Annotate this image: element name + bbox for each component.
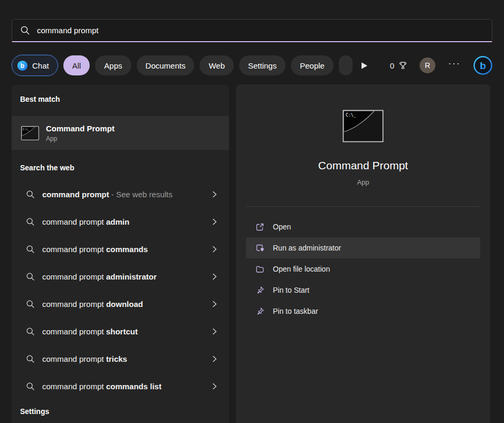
suggestion-administrator[interactable]: command prompt administrator — [12, 263, 229, 290]
action-label: Pin to taskbar — [273, 307, 318, 315]
suggestion-text: command prompt admin — [42, 217, 204, 226]
settings-heading: Settings — [20, 407, 221, 416]
search-icon — [20, 25, 30, 35]
preview-app-subtitle: App — [236, 178, 490, 186]
best-match-subtitle: App — [46, 135, 115, 142]
suggestion-tricks[interactable]: command prompt tricks — [12, 345, 229, 372]
svg-text:C:\_: C:\_ — [23, 128, 30, 131]
best-match-item[interactable]: C:\_ Command Prompt App — [12, 116, 229, 150]
action-label: Open — [273, 223, 291, 231]
chevron-right-icon[interactable] — [211, 301, 218, 307]
tab-apps[interactable]: Apps — [95, 55, 131, 75]
action-pin-to-taskbar[interactable]: Pin to taskbar — [246, 301, 480, 322]
divider — [246, 206, 480, 207]
tab-web[interactable]: Web — [199, 55, 234, 75]
preview-panel: C:\_ Command Prompt App Open Run as admi… — [236, 84, 490, 423]
chevron-right-icon[interactable] — [211, 218, 218, 225]
suggestion-commands-list[interactable]: command prompt commands list — [12, 372, 229, 400]
suggestion-text: command prompt commands — [42, 245, 204, 254]
action-pin-to-start[interactable]: Pin to Start — [246, 280, 480, 301]
open-external-icon — [255, 223, 264, 232]
action-list: Open Run as administrator Open file loca… — [236, 216, 490, 322]
results-list-panel: Best match C:\_ Command Prompt App Searc… — [12, 84, 229, 423]
preview-app-title: Command Prompt — [236, 159, 490, 172]
suggestion-text: command prompt download — [42, 300, 204, 309]
chevron-right-icon[interactable] — [211, 246, 218, 253]
folder-icon — [255, 265, 264, 274]
play-icon — [361, 62, 368, 70]
action-run-as-administrator[interactable]: Run as administrator — [246, 237, 480, 258]
rewards-count: 0 — [390, 61, 394, 70]
suggestion-text: command prompt shortcut — [42, 327, 204, 336]
chevron-right-icon[interactable] — [211, 383, 218, 390]
command-prompt-icon-large: C:\_ — [236, 110, 490, 142]
search-icon — [26, 272, 35, 281]
bing-logo-icon[interactable]: b — [473, 56, 492, 75]
user-avatar[interactable]: R — [420, 57, 435, 73]
results-area: Best match C:\_ Command Prompt App Searc… — [12, 84, 490, 423]
suggestion-see-web-results[interactable]: command prompt - See web results — [12, 180, 229, 208]
search-icon — [26, 382, 35, 391]
suggestion-shortcut[interactable]: command prompt shortcut — [12, 318, 229, 345]
suggestion-text: command prompt tricks — [42, 354, 204, 363]
suggestion-download[interactable]: command prompt download — [12, 290, 229, 318]
rewards-trophy-icon — [398, 61, 408, 71]
search-bar — [12, 19, 492, 42]
svg-text:b: b — [480, 60, 486, 71]
action-label: Pin to Start — [273, 286, 309, 294]
pin-icon — [255, 307, 264, 316]
search-icon — [26, 354, 35, 363]
action-open-file-location[interactable]: Open file location — [246, 258, 480, 280]
chevron-right-icon[interactable] — [211, 273, 218, 280]
search-icon — [26, 245, 35, 254]
tab-settings[interactable]: Settings — [239, 55, 286, 75]
tab-documents[interactable]: Documents — [137, 55, 195, 75]
more-options-button[interactable]: ··· — [447, 58, 462, 73]
search-input[interactable] — [37, 26, 484, 35]
windows-search-flyout: b Chat All Apps Documents Web Settings P… — [0, 0, 504, 423]
svg-text:b: b — [21, 62, 24, 69]
chevron-right-icon[interactable] — [211, 355, 218, 362]
topbar-right-cluster: 0 R ··· b — [390, 56, 492, 75]
tab-people[interactable]: People — [291, 55, 334, 75]
bing-chat-icon: b — [17, 60, 28, 71]
chat-button-label: Chat — [32, 61, 49, 70]
web-suggestions-list: command prompt - See web results command… — [12, 180, 229, 400]
action-label: Run as administrator — [273, 244, 341, 252]
best-match-text: Command Prompt App — [46, 124, 115, 142]
admin-shield-icon — [255, 244, 264, 253]
suggestion-text: command prompt administrator — [42, 272, 204, 281]
search-icon — [26, 327, 35, 336]
rewards-badge[interactable]: 0 — [390, 61, 408, 71]
suggestion-text: command prompt commands list — [42, 382, 204, 391]
chat-button[interactable]: b Chat — [12, 55, 58, 76]
search-the-web-heading: Search the web — [20, 164, 221, 172]
play-icon-button[interactable] — [358, 60, 371, 72]
command-prompt-icon: C:\_ — [21, 126, 39, 140]
best-match-title: Command Prompt — [46, 124, 115, 133]
action-label: Open file location — [273, 265, 330, 273]
tab-overflow-partial[interactable] — [339, 55, 353, 75]
search-icon — [26, 217, 35, 226]
filter-tabs-row: b Chat All Apps Documents Web Settings P… — [12, 54, 492, 76]
tab-all[interactable]: All — [63, 55, 90, 75]
chevron-right-icon[interactable] — [211, 328, 218, 335]
chevron-right-icon[interactable] — [211, 191, 218, 198]
suggestion-admin[interactable]: command prompt admin — [12, 208, 229, 235]
best-match-heading: Best match — [20, 95, 221, 103]
action-open[interactable]: Open — [246, 216, 480, 237]
suggestion-commands[interactable]: command prompt commands — [12, 235, 229, 263]
svg-text:C:\_: C:\_ — [346, 113, 356, 118]
search-icon — [26, 190, 35, 199]
suggestion-text: command prompt - See web results — [42, 190, 204, 199]
pin-icon — [255, 286, 264, 295]
search-icon — [26, 300, 35, 309]
